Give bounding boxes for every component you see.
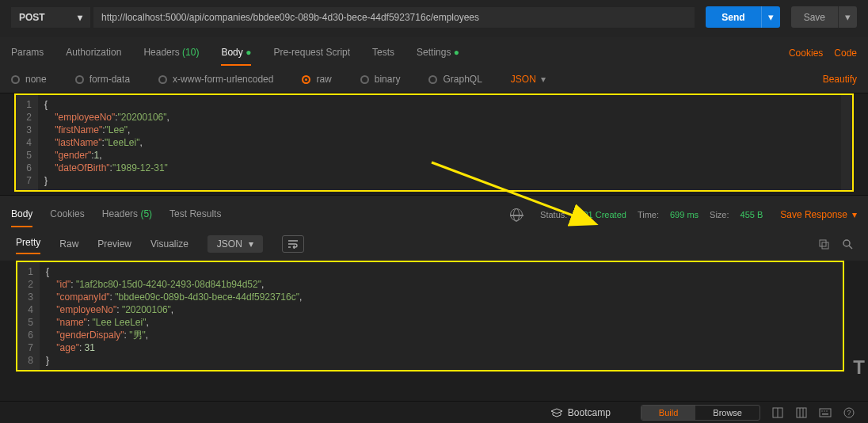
line-gutter: 12345678 xyxy=(17,262,40,370)
bootcamp-link[interactable]: Bootcamp xyxy=(550,407,611,418)
response-status: Status:201 Created Time:699 ms Size:455 … xyxy=(540,210,763,219)
chevron-down-icon: ▾ xyxy=(249,238,253,250)
http-method-value: POST xyxy=(19,12,45,23)
send-dropdown[interactable]: ▾ xyxy=(761,6,780,28)
code-link[interactable]: Code xyxy=(834,48,857,59)
request-body-code[interactable]: { "employeeNo":"20200106", "firstName":"… xyxy=(38,95,176,190)
two-pane-icon[interactable] xyxy=(771,406,784,419)
response-tab-headers[interactable]: Headers (5) xyxy=(102,202,152,227)
tab-prerequest[interactable]: Pre-request Script xyxy=(273,40,350,66)
svg-point-12 xyxy=(824,410,824,411)
build-tab[interactable]: Build xyxy=(641,406,695,420)
send-button[interactable]: Send xyxy=(706,6,760,28)
svg-point-13 xyxy=(826,410,827,411)
modified-dot-icon: ● xyxy=(454,47,459,58)
help-icon[interactable]: ? xyxy=(843,406,855,419)
tab-body[interactable]: Body ● xyxy=(221,40,251,66)
svg-rect-1 xyxy=(822,242,828,249)
response-tab-tests[interactable]: Test Results xyxy=(169,202,221,227)
chevron-down-icon: ▾ xyxy=(852,209,857,220)
cookies-link[interactable]: Cookies xyxy=(789,48,823,59)
raw-format-select[interactable]: JSON ▾ xyxy=(511,74,546,85)
chevron-down-icon: ▾ xyxy=(541,74,546,85)
search-icon[interactable] xyxy=(841,238,854,250)
panels-icon[interactable] xyxy=(795,406,808,419)
text-marker: T xyxy=(853,356,868,379)
chevron-down-icon: ▾ xyxy=(78,12,82,23)
modified-dot-icon: ● xyxy=(246,47,251,58)
save-response-button[interactable]: Save Response ▾ xyxy=(780,209,857,220)
tab-settings[interactable]: Settings ● xyxy=(417,40,459,66)
svg-text:?: ? xyxy=(847,409,851,417)
svg-rect-0 xyxy=(820,240,826,246)
view-preview[interactable]: Preview xyxy=(97,235,131,253)
response-tab-cookies[interactable]: Cookies xyxy=(50,202,84,227)
svg-rect-14 xyxy=(822,413,828,415)
response-body-viewer[interactable]: 12345678 { "id": "1af2bc80-15d0-4240-249… xyxy=(16,261,844,372)
word-wrap-toggle[interactable] xyxy=(282,235,304,253)
svg-line-3 xyxy=(849,246,852,249)
svg-point-2 xyxy=(843,240,850,246)
body-type-raw[interactable]: raw xyxy=(302,74,331,85)
body-type-binary[interactable]: binary xyxy=(360,74,401,85)
keyboard-icon[interactable] xyxy=(819,406,832,419)
copy-icon[interactable] xyxy=(817,238,830,250)
response-format-select[interactable]: JSON ▾ xyxy=(207,235,263,253)
tab-authorization[interactable]: Authorization xyxy=(66,40,121,66)
build-browse-toggle[interactable]: Build Browse xyxy=(641,405,760,421)
request-body-editor[interactable]: 1234567 { "employeeNo":"20200106", "firs… xyxy=(14,93,854,192)
svg-point-11 xyxy=(821,410,822,411)
view-pretty[interactable]: Pretty xyxy=(16,234,40,254)
tab-headers[interactable]: Headers (10) xyxy=(143,40,199,66)
tab-tests[interactable]: Tests xyxy=(372,40,394,66)
response-body-code: { "id": "1af2bc80-15d0-4240-2493-08d841b… xyxy=(40,262,308,370)
globe-icon[interactable] xyxy=(510,208,523,221)
scrollbar[interactable] xyxy=(841,95,852,190)
url-input[interactable] xyxy=(93,7,695,28)
save-button[interactable]: Save xyxy=(791,6,838,28)
view-visualize[interactable]: Visualize xyxy=(150,235,188,253)
svg-rect-7 xyxy=(797,408,806,417)
save-dropdown[interactable]: ▾ xyxy=(838,6,857,28)
response-tab-body[interactable]: Body xyxy=(11,202,32,227)
tab-params[interactable]: Params xyxy=(11,40,44,66)
body-type-none[interactable]: none xyxy=(11,74,47,85)
body-type-urlencoded[interactable]: x-www-form-urlencoded xyxy=(158,74,273,85)
http-method-select[interactable]: POST ▾ xyxy=(11,7,90,28)
body-type-formdata[interactable]: form-data xyxy=(75,74,130,85)
beautify-link[interactable]: Beautify xyxy=(823,74,857,85)
line-gutter: 1234567 xyxy=(16,95,38,190)
body-type-graphql[interactable]: GraphQL xyxy=(428,74,482,85)
browse-tab[interactable]: Browse xyxy=(695,406,760,420)
view-raw[interactable]: Raw xyxy=(59,235,78,253)
svg-rect-10 xyxy=(820,409,831,417)
graduation-cap-icon xyxy=(550,408,563,417)
